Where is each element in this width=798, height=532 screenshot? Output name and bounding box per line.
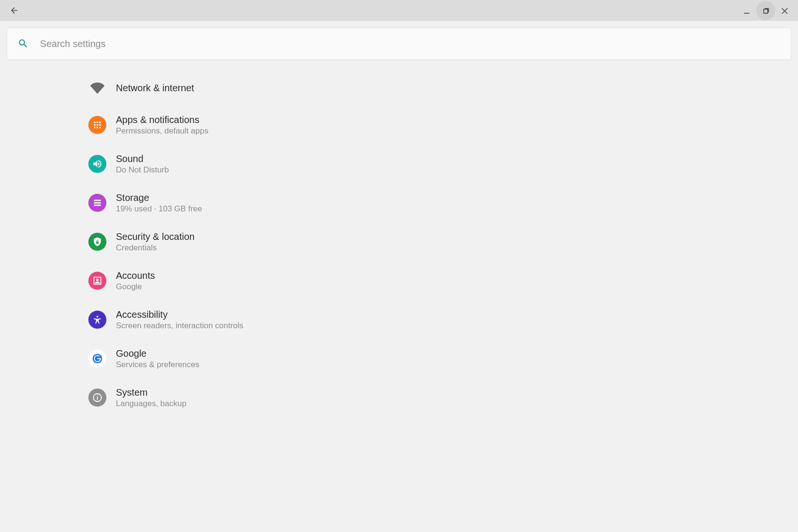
accessibility-icon — [88, 311, 106, 329]
titlebar — [0, 0, 798, 21]
apps-icon — [88, 116, 106, 134]
wifi-icon — [88, 79, 106, 97]
settings-item-accounts[interactable]: Accounts Google — [0, 261, 798, 300]
arrow-left-icon — [10, 6, 19, 15]
settings-item-subtitle: Screen readers, interaction controls — [116, 321, 243, 331]
svg-point-7 — [94, 127, 96, 129]
settings-item-security[interactable]: Security & location Credentials — [0, 222, 798, 261]
settings-item-subtitle: 19% used · 103 GB free — [116, 204, 202, 214]
settings-item-title: Apps & notifications — [116, 114, 209, 125]
svg-rect-18 — [97, 395, 98, 396]
svg-point-5 — [96, 124, 98, 126]
svg-rect-0 — [744, 13, 750, 14]
restore-icon — [761, 6, 770, 15]
svg-point-13 — [96, 278, 99, 281]
svg-point-9 — [99, 127, 101, 129]
settings-item-sound[interactable]: Sound Do Not Disturb — [0, 144, 798, 183]
settings-item-accessibility[interactable]: Accessibility Screen readers, interactio… — [0, 300, 798, 339]
settings-item-storage[interactable]: Storage 19% used · 103 GB free — [0, 183, 798, 222]
back-button[interactable] — [5, 1, 24, 20]
settings-item-google[interactable]: Google Services & preferences — [0, 339, 798, 378]
svg-point-6 — [99, 124, 101, 126]
settings-item-title: Accessibility — [116, 309, 243, 320]
svg-point-2 — [96, 122, 98, 124]
svg-point-4 — [94, 124, 96, 126]
settings-item-title: Network & internet — [116, 82, 194, 94]
account-icon — [88, 272, 106, 290]
search-icon — [18, 38, 28, 49]
info-icon — [88, 389, 106, 407]
settings-item-title: Accounts — [116, 270, 155, 281]
svg-rect-10 — [94, 200, 101, 201]
search-bar[interactable] — [7, 28, 791, 60]
close-icon — [780, 6, 789, 15]
settings-item-title: Sound — [116, 153, 169, 164]
svg-rect-12 — [94, 205, 101, 206]
settings-item-system[interactable]: System Languages, backup — [0, 378, 798, 417]
svg-point-8 — [96, 127, 98, 129]
settings-item-title: Google — [116, 348, 200, 359]
google-icon — [88, 350, 106, 368]
svg-rect-11 — [94, 202, 101, 204]
sound-icon — [88, 155, 106, 173]
settings-item-subtitle: Languages, backup — [116, 399, 186, 408]
settings-item-subtitle: Permissions, default apps — [116, 126, 209, 136]
minimize-icon — [742, 6, 751, 15]
settings-item-network[interactable]: Network & internet — [0, 70, 798, 105]
svg-point-14 — [96, 316, 98, 318]
settings-item-title: Security & location — [116, 231, 195, 242]
settings-item-title: Storage — [116, 192, 202, 203]
settings-item-subtitle: Services & preferences — [116, 360, 200, 370]
restore-button[interactable] — [756, 1, 775, 20]
search-container — [0, 21, 798, 66]
svg-point-1 — [94, 122, 96, 124]
svg-point-3 — [99, 122, 101, 124]
storage-icon — [88, 194, 106, 212]
settings-item-subtitle: Do Not Disturb — [116, 165, 169, 175]
svg-rect-17 — [97, 397, 98, 399]
settings-item-subtitle: Credentials — [116, 243, 195, 253]
minimize-button[interactable] — [737, 1, 756, 20]
shield-lock-icon — [88, 233, 106, 251]
settings-item-subtitle: Google — [116, 282, 155, 292]
settings-item-apps[interactable]: Apps & notifications Permissions, defaul… — [0, 105, 798, 144]
search-input[interactable] — [40, 38, 780, 49]
close-button[interactable] — [775, 1, 794, 20]
settings-list: Network & internet Apps & notifications … — [0, 66, 798, 417]
settings-item-title: System — [116, 387, 186, 398]
